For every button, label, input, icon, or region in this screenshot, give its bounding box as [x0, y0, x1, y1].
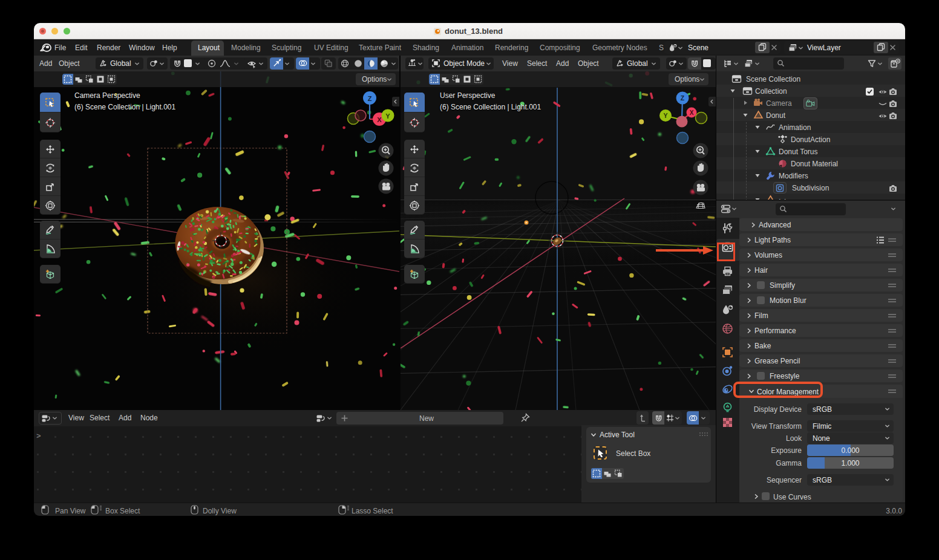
svg-text:Y: Y: [663, 112, 667, 119]
svg-text:Z: Z: [368, 95, 372, 102]
svg-text:Y: Y: [385, 112, 390, 120]
svg-text:Z: Z: [681, 94, 685, 102]
svg-text:X: X: [377, 116, 382, 123]
svg-text:X: X: [690, 109, 694, 116]
